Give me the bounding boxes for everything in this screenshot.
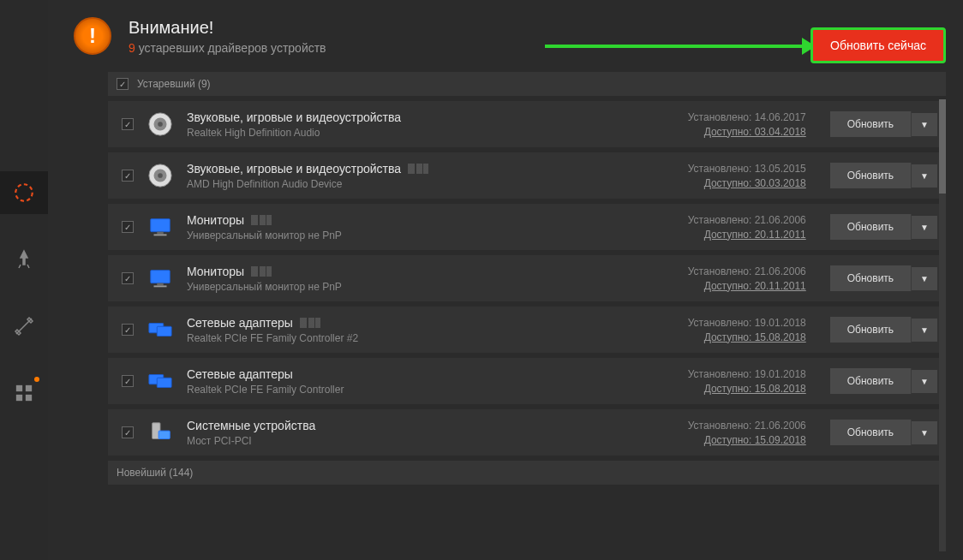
grid-icon	[15, 384, 33, 402]
svg-rect-2	[26, 385, 32, 391]
update-button[interactable]: Обновить	[830, 265, 912, 291]
driver-row: Сетевые адаптеры Realtek PCIe FE Family …	[108, 307, 946, 353]
driver-category: Звуковые, игровые и видеоустройства	[187, 162, 688, 176]
update-dropdown-button[interactable]: ▼	[912, 421, 937, 444]
update-now-button[interactable]: Обновить сейчас	[810, 27, 946, 63]
section-label-latest: Новейший (144)	[117, 467, 193, 479]
device-icon	[146, 315, 175, 344]
attention-arrow	[545, 38, 816, 55]
available-date[interactable]: Доступно: 15.08.2018	[688, 331, 806, 343]
device-icon	[146, 418, 175, 447]
available-date[interactable]: Доступно: 30.03.2018	[688, 177, 806, 189]
svg-rect-20	[157, 378, 171, 387]
sidebar-item-tools[interactable]	[0, 305, 48, 348]
driver-checkbox[interactable]	[122, 375, 134, 387]
installed-date: Установлено: 21.06.2006	[688, 214, 806, 226]
svg-point-7	[158, 122, 163, 127]
signal-icon	[251, 266, 272, 277]
header-title: Внимание!	[129, 18, 326, 38]
available-date[interactable]: Доступно: 20.11.2011	[688, 229, 806, 241]
driver-name: Realtek High Definition Audio	[187, 127, 688, 139]
section-header-latest[interactable]: Новейший (144)	[108, 461, 946, 485]
svg-point-10	[158, 173, 163, 178]
device-icon	[146, 161, 175, 190]
scan-icon	[13, 182, 35, 204]
driver-row: Звуковые, игровые и видеоустройства AMD …	[108, 152, 946, 199]
section-checkbox-outdated[interactable]	[117, 78, 129, 90]
sidebar	[0, 0, 48, 560]
svg-rect-22	[159, 431, 170, 438]
driver-category: Сетевые адаптеры	[187, 316, 688, 330]
available-date[interactable]: Доступно: 15.08.2018	[688, 383, 806, 395]
update-button[interactable]: Обновить	[830, 317, 912, 343]
sidebar-item-boost[interactable]	[0, 238, 48, 281]
device-icon	[146, 366, 175, 396]
scrollbar[interactable]	[939, 99, 946, 551]
installed-date: Установлено: 21.06.2006	[688, 420, 806, 432]
driver-name: Мост PCI-PCI	[187, 435, 688, 447]
update-dropdown-button[interactable]: ▼	[912, 267, 937, 290]
update-button[interactable]: Обновить	[830, 214, 912, 240]
update-dropdown-button[interactable]: ▼	[912, 164, 937, 188]
svg-point-0	[15, 184, 33, 201]
driver-row: Звуковые, игровые и видеоустройства Real…	[108, 101, 946, 147]
installed-date: Установлено: 19.01.2018	[688, 368, 806, 380]
available-date[interactable]: Доступно: 15.09.2018	[688, 434, 806, 446]
sidebar-item-scan[interactable]	[0, 171, 48, 214]
driver-row: Сетевые адаптеры Realtek PCIe FE Family …	[108, 358, 946, 404]
driver-list: Устаревший (9) Звуковые, игровые и видео…	[48, 72, 963, 560]
driver-checkbox[interactable]	[122, 426, 134, 438]
rocket-icon	[14, 249, 34, 270]
update-button[interactable]: Обновить	[830, 163, 912, 188]
svg-rect-11	[151, 219, 170, 232]
driver-name: Универсальный монитор не PnP	[187, 281, 688, 293]
scrollbar-thumb[interactable]	[939, 99, 946, 194]
driver-category: Мониторы	[187, 265, 688, 278]
update-dropdown-button[interactable]: ▼	[912, 319, 937, 342]
svg-rect-18	[157, 326, 171, 336]
driver-name: AMD High Definition Audio Device	[187, 178, 688, 190]
available-date[interactable]: Доступно: 20.11.2011	[688, 280, 806, 292]
device-icon	[146, 264, 175, 293]
tools-icon	[14, 316, 34, 337]
section-header-outdated[interactable]: Устаревший (9)	[108, 72, 946, 96]
driver-checkbox[interactable]	[122, 272, 134, 284]
update-dropdown-button[interactable]: ▼	[912, 370, 937, 393]
driver-name: Realtek PCIe FE Family Controller #2	[187, 332, 688, 344]
svg-rect-13	[154, 234, 167, 235]
driver-category: Системные устройства	[187, 419, 688, 432]
header: ! Внимание! 9 устаревших драйверов устро…	[48, 0, 963, 72]
driver-row: Мониторы Универсальный монитор не PnP Ус…	[108, 255, 946, 301]
svg-rect-14	[151, 271, 170, 283]
svg-rect-16	[154, 285, 167, 287]
header-subtitle: 9 устаревших драйверов устройств	[129, 41, 326, 55]
svg-rect-15	[157, 283, 164, 286]
svg-rect-1	[16, 385, 22, 391]
driver-checkbox[interactable]	[122, 118, 134, 130]
installed-date: Установлено: 19.01.2018	[688, 317, 806, 329]
driver-checkbox[interactable]	[122, 170, 134, 182]
warning-icon: !	[74, 17, 111, 55]
available-date[interactable]: Доступно: 03.04.2018	[688, 126, 806, 138]
update-button[interactable]: Обновить	[830, 111, 912, 137]
driver-category: Звуковые, игровые и видеоустройства	[187, 110, 688, 124]
section-label-outdated: Устаревший (9)	[137, 78, 211, 90]
driver-checkbox[interactable]	[122, 221, 134, 233]
installed-date: Установлено: 14.06.2017	[688, 111, 806, 123]
driver-category: Сетевые адаптеры	[187, 367, 688, 381]
update-button[interactable]: Обновить	[830, 420, 912, 445]
update-button[interactable]: Обновить	[830, 368, 912, 394]
svg-rect-3	[16, 395, 22, 401]
driver-checkbox[interactable]	[122, 324, 134, 336]
driver-name: Realtek PCIe FE Family Controller	[187, 384, 688, 396]
update-dropdown-button[interactable]: ▼	[912, 216, 937, 239]
driver-name: Универсальный монитор не PnP	[187, 229, 688, 241]
driver-category: Мониторы	[187, 213, 688, 227]
signal-icon	[408, 164, 428, 174]
device-icon	[146, 110, 175, 139]
signal-icon	[251, 215, 272, 225]
sidebar-item-apps[interactable]	[0, 372, 48, 414]
device-icon	[146, 212, 175, 241]
svg-rect-4	[26, 395, 32, 401]
update-dropdown-button[interactable]: ▼	[912, 113, 937, 136]
